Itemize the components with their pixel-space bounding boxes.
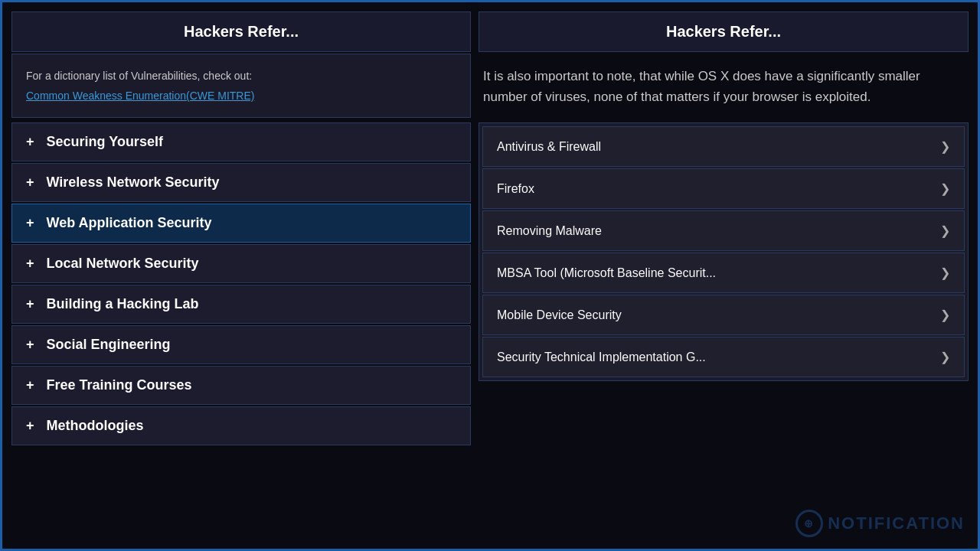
sub-menu-list: Antivirus & Firewall❯Firefox❯Removing Ma… bbox=[479, 122, 969, 381]
plus-icon: + bbox=[26, 337, 34, 353]
watermark: ⊕ NOTIFICATION bbox=[795, 510, 965, 537]
menu-list: +Securing Yourself+Wireless Network Secu… bbox=[11, 122, 471, 445]
plus-icon: + bbox=[26, 377, 34, 393]
info-box: For a dictionary list of Vulnerabilities… bbox=[11, 54, 471, 118]
sub-menu-item-mobile-device-security[interactable]: Mobile Device Security❯ bbox=[482, 295, 965, 335]
left-panel-header: Hackers Refer... bbox=[11, 11, 471, 52]
menu-item-building-hacking-lab[interactable]: +Building a Hacking Lab bbox=[11, 285, 471, 324]
menu-item-web-application-security[interactable]: +Web Application Security bbox=[11, 204, 471, 243]
cwe-link[interactable]: Common Weakness Enumeration(CWE MITRE) bbox=[26, 90, 456, 102]
sub-menu-label: Security Technical Implementation G... bbox=[497, 350, 706, 364]
plus-icon: + bbox=[26, 418, 34, 434]
menu-item-label: Local Network Security bbox=[47, 256, 199, 272]
menu-item-label: Wireless Network Security bbox=[47, 174, 220, 191]
menu-item-social-engineering[interactable]: +Social Engineering bbox=[11, 325, 471, 364]
plus-icon: + bbox=[26, 174, 34, 191]
menu-item-wireless-network-security[interactable]: +Wireless Network Security bbox=[11, 163, 471, 202]
plus-icon: + bbox=[26, 134, 34, 150]
sub-menu-item-antivirus-firewall[interactable]: Antivirus & Firewall❯ bbox=[482, 126, 965, 167]
chevron-right-icon: ❯ bbox=[940, 350, 950, 364]
chevron-right-icon: ❯ bbox=[940, 181, 950, 196]
chevron-right-icon: ❯ bbox=[940, 266, 950, 280]
right-panel-header: Hackers Refer... bbox=[479, 11, 969, 52]
chevron-right-icon: ❯ bbox=[940, 308, 950, 322]
menu-item-label: Web Application Security bbox=[47, 215, 212, 231]
info-text: For a dictionary list of Vulnerabilities… bbox=[26, 70, 456, 82]
sub-menu-item-mbsa-tool[interactable]: MBSA Tool (Microsoft Baseline Securit...… bbox=[482, 253, 965, 293]
sub-menu-item-removing-malware[interactable]: Removing Malware❯ bbox=[482, 210, 965, 251]
plus-icon: + bbox=[26, 296, 34, 312]
left-panel: Hackers Refer... For a dictionary list o… bbox=[11, 11, 471, 540]
chevron-right-icon: ❯ bbox=[940, 223, 950, 238]
sub-menu-label: MBSA Tool (Microsoft Baseline Securit... bbox=[497, 266, 716, 280]
sub-menu-label: Antivirus & Firewall bbox=[497, 140, 601, 154]
chevron-right-icon: ❯ bbox=[940, 139, 950, 154]
right-panel: Hackers Refer... It is also important to… bbox=[479, 11, 969, 540]
plus-icon: + bbox=[26, 215, 34, 231]
menu-item-label: Building a Hacking Lab bbox=[47, 296, 199, 312]
menu-item-label: Methodologies bbox=[47, 418, 144, 434]
menu-item-free-training-courses[interactable]: +Free Training Courses bbox=[11, 366, 471, 405]
main-container: Hackers Refer... For a dictionary list o… bbox=[2, 2, 978, 549]
plus-icon: + bbox=[26, 256, 34, 272]
menu-item-local-network-security[interactable]: +Local Network Security bbox=[11, 244, 471, 283]
menu-item-label: Social Engineering bbox=[47, 337, 171, 353]
right-content-text: It is also important to note, that while… bbox=[479, 58, 969, 122]
watermark-icon: ⊕ bbox=[795, 510, 823, 537]
sub-menu-item-firefox[interactable]: Firefox❯ bbox=[482, 168, 965, 209]
sub-menu-label: Mobile Device Security bbox=[497, 308, 622, 322]
menu-item-label: Free Training Courses bbox=[47, 377, 192, 393]
menu-item-securing-yourself[interactable]: +Securing Yourself bbox=[11, 122, 471, 161]
sub-menu-item-security-technical[interactable]: Security Technical Implementation G...❯ bbox=[482, 337, 965, 377]
menu-item-label: Securing Yourself bbox=[47, 134, 163, 150]
menu-item-methodologies[interactable]: +Methodologies bbox=[11, 406, 471, 445]
sub-menu-label: Removing Malware bbox=[497, 224, 602, 238]
watermark-text: NOTIFICATION bbox=[828, 514, 965, 533]
sub-menu-label: Firefox bbox=[497, 182, 534, 196]
